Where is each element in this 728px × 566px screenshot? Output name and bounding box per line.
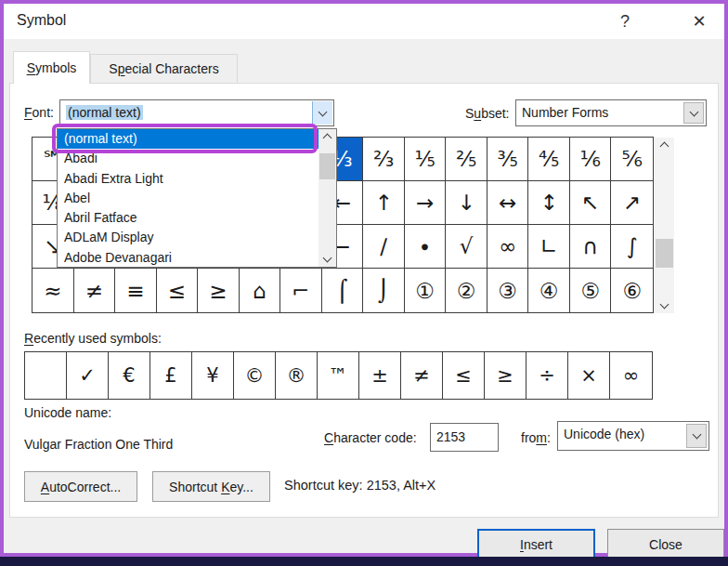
chevron-down-icon[interactable] <box>686 424 707 448</box>
symbol-cell[interactable]: √ <box>446 225 488 269</box>
symbol-cell[interactable]: ⑥ <box>611 269 653 312</box>
chevron-down-icon[interactable] <box>312 101 332 125</box>
recent-symbol-cell[interactable]: ± <box>359 352 401 399</box>
tab-special-characters[interactable]: Special Characters <box>90 54 238 84</box>
symbol-cell[interactable]: ∟ <box>528 225 570 269</box>
autocorrect-button[interactable]: AutoCorrect... <box>24 471 137 502</box>
symbol-cell[interactable]: ⌠ <box>322 269 364 312</box>
recent-symbol-cell[interactable] <box>25 352 67 399</box>
symbol-cell[interactable]: ∫ <box>611 225 653 269</box>
symbol-cell[interactable]: ① <box>405 269 447 312</box>
help-icon[interactable]: ? <box>611 8 639 34</box>
recent-symbols-row: ✓€£¥©®™±≠≤≥÷×∞ <box>24 351 653 400</box>
insert-button[interactable]: Insert <box>477 529 595 560</box>
tab-symbols[interactable]: Symbols <box>13 51 90 84</box>
symbol-cell[interactable]: ≡ <box>115 269 157 312</box>
shortcut-key-button-label: Shortcut Key... <box>169 480 254 494</box>
symbol-cell[interactable]: ④ <box>528 269 570 312</box>
autocorrect-button-label: AutoCorrect... <box>41 480 121 494</box>
grid-scrollbar[interactable] <box>655 138 674 313</box>
dialog-title: Symbol <box>17 12 66 29</box>
recent-symbol-cell[interactable]: × <box>568 352 610 399</box>
symbol-cell[interactable]: ∞ <box>488 225 529 269</box>
recent-symbol-cell[interactable]: ® <box>276 352 318 399</box>
font-option[interactable]: Abadi Extra Light <box>58 169 319 189</box>
symbol-cell[interactable]: ⌂ <box>240 269 281 312</box>
symbol-cell[interactable]: ⅙ <box>570 138 612 181</box>
symbol-cell[interactable]: ⅗ <box>488 138 529 181</box>
symbol-cell[interactable]: ∙ <box>405 225 447 269</box>
font-list-scrollbar[interactable] <box>318 129 336 267</box>
font-option[interactable]: Abel <box>58 189 319 208</box>
symbol-cell[interactable]: ② <box>446 269 488 312</box>
recent-symbol-cell[interactable]: ÷ <box>526 352 568 399</box>
unicode-name-label: Unicode name: <box>24 405 111 420</box>
symbol-cell[interactable]: ≤ <box>157 269 199 312</box>
symbol-cell[interactable]: ⅕ <box>405 138 447 181</box>
font-option[interactable]: Abril Fatface <box>58 208 319 228</box>
symbol-cell[interactable]: ↗ <box>611 181 653 225</box>
scrollbar-thumb[interactable] <box>319 153 335 179</box>
symbol-cell[interactable]: ⌡ <box>363 269 405 312</box>
symbol-cell[interactable]: ⅘ <box>528 138 570 181</box>
symbol-cell[interactable]: ≈ <box>32 269 74 312</box>
symbol-dialog: Symbol ? ✕ Symbols Special Characters Fo… <box>0 0 728 557</box>
symbol-cell[interactable]: ≥ <box>198 269 240 312</box>
font-option[interactable]: Adobe Devanagari <box>58 248 319 268</box>
shortcut-key-status: Shortcut key: 2153, Alt+X <box>284 478 436 493</box>
recent-symbol-cell[interactable]: © <box>234 352 276 399</box>
symbol-cell[interactable]: ↓ <box>446 181 488 225</box>
chevron-up-icon[interactable] <box>655 138 674 152</box>
symbol-cell[interactable]: ∩ <box>570 225 612 269</box>
tab-special-characters-label: Special Characters <box>109 61 218 76</box>
from-label: from: <box>521 430 551 445</box>
symbol-cell[interactable]: ≠ <box>74 269 116 312</box>
symbol-cell[interactable]: ⑤ <box>570 269 612 312</box>
symbol-cell[interactable]: ⅖ <box>446 138 488 181</box>
tab-symbols-label: Symbols <box>27 60 77 75</box>
symbol-cell[interactable]: ⅔ <box>363 138 405 181</box>
symbol-cell[interactable]: ∕ <box>363 225 405 269</box>
font-option[interactable]: Abadi <box>58 149 319 168</box>
symbol-cell[interactable]: ⅚ <box>611 138 653 181</box>
symbol-cell[interactable]: ③ <box>488 269 529 312</box>
chevron-down-icon[interactable] <box>683 102 704 124</box>
font-option[interactable]: ADLaM Display <box>58 228 319 247</box>
font-combobox[interactable]: (normal text) <box>59 99 334 126</box>
chevron-down-icon[interactable] <box>318 252 336 267</box>
close-button[interactable]: Close <box>607 529 724 560</box>
title-bar: Symbol ? ✕ <box>4 4 724 39</box>
recent-symbol-cell[interactable]: € <box>109 352 150 399</box>
shortcut-key-button[interactable]: Shortcut Key... <box>152 471 270 502</box>
symbol-cell[interactable]: ⌐ <box>280 269 322 312</box>
recent-symbol-cell[interactable]: ≥ <box>485 352 526 399</box>
font-combobox-value: (normal text) <box>66 105 143 120</box>
chevron-up-icon[interactable] <box>318 129 336 144</box>
recent-symbol-cell[interactable]: ™ <box>318 352 359 399</box>
recent-symbol-cell[interactable]: ✓ <box>67 352 109 399</box>
symbol-cell[interactable]: ↑ <box>363 181 405 225</box>
recent-symbol-cell[interactable]: ≤ <box>443 352 485 399</box>
subset-combobox-value: Number Forms <box>522 105 608 120</box>
from-combobox-value: Unicode (hex) <box>564 427 644 441</box>
character-code-input[interactable]: 2153 <box>430 423 499 452</box>
recent-symbol-cell[interactable]: ≠ <box>401 352 443 399</box>
from-combobox[interactable]: Unicode (hex) <box>557 421 709 451</box>
chevron-down-icon[interactable] <box>655 298 674 313</box>
scrollbar-thumb[interactable] <box>656 239 673 268</box>
subset-combobox[interactable]: Number Forms <box>515 99 707 126</box>
recent-symbols-label: Recently used symbols: <box>24 331 162 346</box>
font-option[interactable]: (normal text) <box>58 129 319 149</box>
symbol-cell[interactable]: ↕ <box>528 181 570 225</box>
close-button-label: Close <box>649 537 682 552</box>
recent-symbol-cell[interactable]: ¥ <box>192 352 234 399</box>
close-icon[interactable]: ✕ <box>685 8 713 34</box>
recent-symbol-cell[interactable]: £ <box>150 352 192 399</box>
screenshot-stage: Symbol ? ✕ Symbols Special Characters Fo… <box>0 0 728 566</box>
symbol-cell[interactable]: ↔ <box>488 181 529 225</box>
recent-symbol-cell[interactable]: ∞ <box>610 352 652 399</box>
symbol-cell[interactable]: ↖ <box>570 181 612 225</box>
symbol-cell[interactable]: → <box>405 181 447 225</box>
font-dropdown-list: (normal text)AbadiAbadi Extra LightAbelA… <box>57 128 337 268</box>
bottom-navy-bar <box>0 557 728 566</box>
